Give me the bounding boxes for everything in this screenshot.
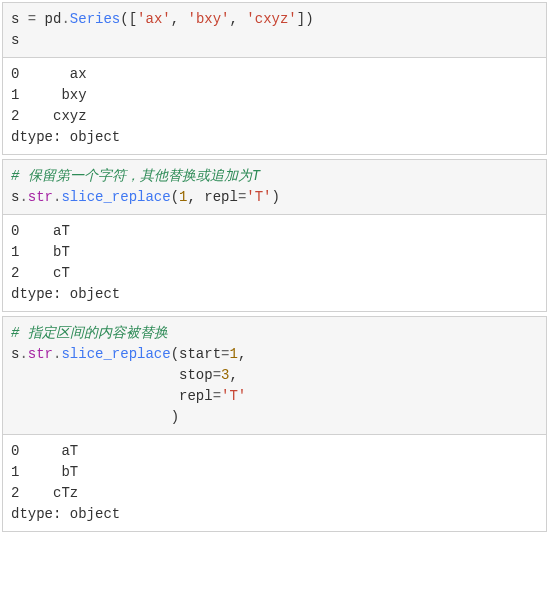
code-output-2: 0 aT 1 bT 2 cT dtype: object xyxy=(3,214,546,311)
code-input-1: s = pd.Series(['ax', 'bxy', 'cxyz']) s xyxy=(3,3,546,57)
code-input-3: # 指定区间的内容被替换 s.str.slice_replace(start=1… xyxy=(3,317,546,434)
code-input-2: # 保留第一个字符，其他替换或追加为T s.str.slice_replace(… xyxy=(3,160,546,214)
code-output-3: 0 aT 1 bT 2 cTz dtype: object xyxy=(3,434,546,531)
cell-3: # 指定区间的内容被替换 s.str.slice_replace(start=1… xyxy=(2,316,547,532)
cell-1: s = pd.Series(['ax', 'bxy', 'cxyz']) s 0… xyxy=(2,2,547,155)
cell-2: # 保留第一个字符，其他替换或追加为T s.str.slice_replace(… xyxy=(2,159,547,312)
code-output-1: 0 ax 1 bxy 2 cxyz dtype: object xyxy=(3,57,546,154)
